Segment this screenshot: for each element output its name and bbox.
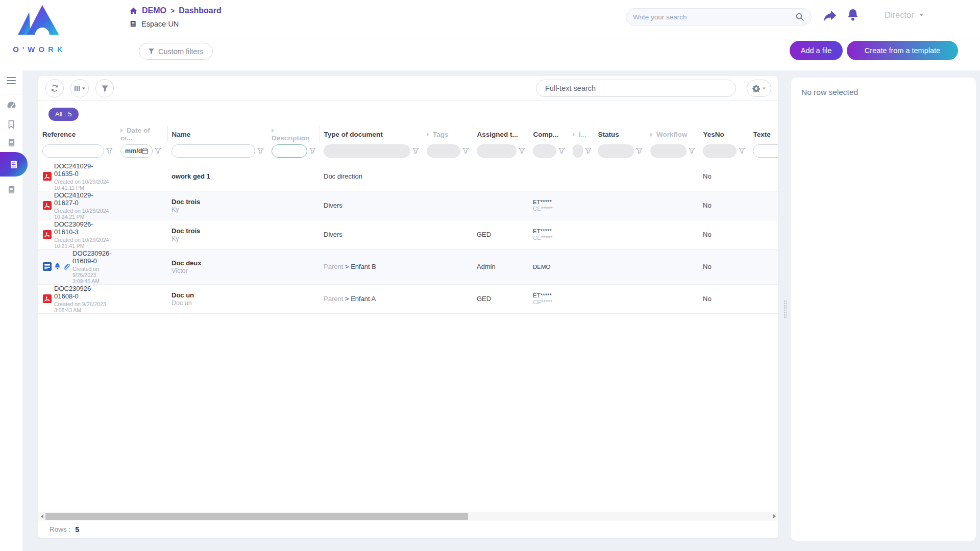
- user-role-label: Director: [885, 10, 914, 20]
- filter-input-texte[interactable]: [753, 144, 778, 158]
- column-header-reference[interactable]: Reference: [38, 126, 116, 142]
- filter-funnel-icon[interactable]: [462, 147, 470, 154]
- column-header-company[interactable]: Comp...: [529, 126, 569, 142]
- breadcrumb-current[interactable]: Dashboard: [179, 6, 222, 15]
- app-logo[interactable]: O'WORK: [6, 3, 69, 54]
- filter-funnel-icon[interactable]: [585, 147, 592, 154]
- filter-funnel-icon[interactable]: [155, 147, 162, 154]
- column-label: Workflow: [656, 131, 688, 138]
- filter-select-company[interactable]: [533, 144, 556, 158]
- filter-input-name[interactable]: [172, 144, 255, 158]
- column-label: Tags: [433, 131, 449, 138]
- column-label: Comp...: [533, 131, 559, 138]
- breadcrumb-root[interactable]: DEMO: [142, 6, 166, 15]
- filter-funnel-icon[interactable]: [739, 147, 746, 154]
- filter-button[interactable]: [95, 79, 114, 97]
- table-row[interactable]: DOC230926-01608-0Created on 9/26/2023 3:…: [38, 284, 778, 313]
- calendar-icon[interactable]: [142, 148, 148, 154]
- column-label: I...: [579, 131, 586, 138]
- column-header-status[interactable]: Status: [594, 126, 646, 142]
- filter-select-yesno[interactable]: [703, 144, 737, 158]
- sidebar-item-bookmarks[interactable]: [0, 116, 22, 133]
- create-from-template-button[interactable]: Create from a template: [847, 41, 958, 60]
- pdf-file-icon: [42, 294, 52, 304]
- book-icon: [7, 138, 16, 147]
- column-header-name[interactable]: Name: [167, 126, 267, 142]
- column-header-texte[interactable]: Texte: [749, 126, 778, 142]
- column-header-i[interactable]: I...: [569, 126, 594, 142]
- custom-filters-button[interactable]: Custom filters: [139, 43, 213, 60]
- filter-funnel-icon[interactable]: [519, 147, 526, 154]
- table-settings-button[interactable]: [747, 80, 771, 97]
- bell-icon: [54, 263, 61, 270]
- search-icon[interactable]: [795, 12, 804, 21]
- global-search-input[interactable]: [633, 13, 795, 21]
- sidebar: [0, 70, 22, 551]
- columns-button[interactable]: [70, 79, 89, 97]
- filter-date-input-date-of-creation[interactable]: mm/d: [120, 144, 153, 158]
- filter-funnel-icon[interactable]: [106, 147, 113, 154]
- document-company: ET*****CE*****: [529, 284, 569, 313]
- chevron-down-icon: [919, 14, 923, 16]
- filter-badge-all[interactable]: All : 5: [48, 108, 79, 121]
- column-label: YesNo: [703, 131, 724, 138]
- filter-select-i[interactable]: [573, 144, 583, 158]
- column-label: Type of document: [324, 131, 383, 138]
- filter-input-description[interactable]: [272, 144, 307, 158]
- sidebar-divider: [0, 94, 22, 94]
- pdf-file-icon: [42, 230, 52, 239]
- menu-toggle-button[interactable]: [7, 77, 16, 86]
- home-icon[interactable]: [129, 7, 138, 15]
- filter-select-assigned-to[interactable]: [477, 144, 517, 158]
- filter-input-reference[interactable]: [42, 144, 104, 158]
- sidebar-item-documents-1[interactable]: [0, 135, 22, 151]
- refresh-button[interactable]: [45, 79, 64, 97]
- filter-funnel-icon[interactable]: [558, 147, 566, 154]
- notifications-bell-icon[interactable]: [846, 8, 860, 22]
- sort-arrow-icon: [120, 129, 123, 133]
- column-header-yesno[interactable]: YesNo: [699, 126, 749, 142]
- scroll-left-arrow[interactable]: [38, 512, 45, 520]
- document-reference: DOC241029-01627-0: [54, 191, 112, 207]
- column-header-type-of-document[interactable]: Type of document: [320, 126, 423, 142]
- filter-funnel-icon[interactable]: [257, 147, 264, 154]
- sidebar-item-documents-2[interactable]: [0, 182, 22, 198]
- document-name: Doc deux: [172, 259, 263, 267]
- breadcrumb: DEMO > Dashboard: [129, 6, 222, 15]
- table-row[interactable]: DOC241029-01635-0Created on 10/29/2024 1…: [38, 162, 778, 191]
- filter-funnel-icon[interactable]: [412, 147, 420, 154]
- table-row[interactable]: DOC230926-01610-3Created on 10/29/2024 1…: [38, 220, 778, 249]
- column-header-workflow[interactable]: Workflow: [646, 126, 699, 142]
- columns-icon: [74, 85, 81, 92]
- table-row[interactable]: DOC241029-01627-0Created on 10/29/2024 1…: [38, 191, 778, 220]
- sort-arrow-icon: [650, 133, 653, 137]
- panel-resize-handle[interactable]: [783, 300, 787, 318]
- document-yesno: No: [699, 284, 749, 313]
- filter-select-status[interactable]: [598, 144, 634, 158]
- column-header-tags[interactable]: Tags: [423, 126, 473, 142]
- fulltext-search-input[interactable]: [536, 80, 736, 97]
- column-header-assigned-to[interactable]: Assigned t...: [473, 126, 529, 142]
- filter-funnel-icon[interactable]: [309, 147, 316, 154]
- filter-funnel-icon[interactable]: [689, 147, 696, 154]
- no-row-selected-text: No row selected: [801, 88, 858, 96]
- share-icon[interactable]: [823, 9, 837, 22]
- add-file-button[interactable]: Add a file: [790, 41, 843, 60]
- filter-select-type-of-document[interactable]: [324, 144, 410, 158]
- scroll-right-arrow[interactable]: [771, 512, 778, 520]
- user-menu[interactable]: Director: [885, 10, 923, 20]
- filter-select-workflow[interactable]: [650, 144, 687, 158]
- sidebar-item-dashboard[interactable]: [0, 97, 22, 113]
- filter-funnel-icon[interactable]: [636, 147, 643, 154]
- horizontal-scrollbar[interactable]: [38, 512, 778, 520]
- chevron-down-icon: [762, 87, 765, 89]
- breadcrumb-separator: >: [170, 7, 175, 15]
- column-header-date-of-creation[interactable]: Date of cr...: [116, 126, 167, 142]
- document-name-subtitle: Ky: [172, 206, 263, 213]
- table-row[interactable]: DOC230926-01609-0Created on 9/26/2023 3:…: [38, 249, 778, 284]
- filter-select-tags[interactable]: [427, 144, 460, 158]
- sidebar-item-documents-active[interactable]: [0, 152, 28, 177]
- scrollbar-thumb[interactable]: [45, 513, 468, 520]
- column-header-description[interactable]: Description: [267, 126, 320, 142]
- document-yesno: No: [699, 162, 749, 191]
